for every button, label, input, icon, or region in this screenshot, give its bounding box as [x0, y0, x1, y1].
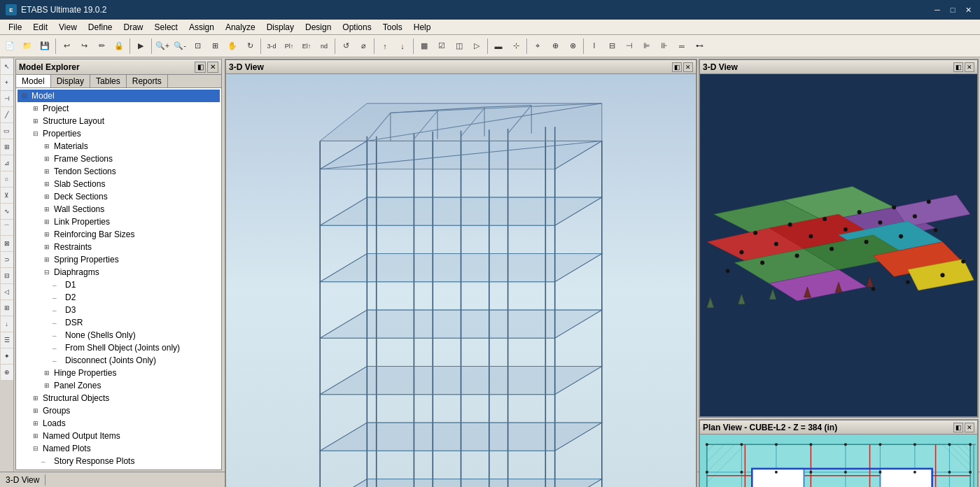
lt-wall[interactable]: ▭	[1, 123, 13, 139]
view-3d-top-right-float[interactable]: ◧	[953, 62, 963, 72]
maximize-button[interactable]: □	[946, 3, 959, 16]
expander-named-plots[interactable]: ⊟	[30, 443, 41, 454]
tree-item-diaphragms[interactable]: ⊟Diaphragms	[18, 266, 220, 278]
me-tree[interactable]: ⊟Model⊞Project⊞Structure Layout⊟Properti…	[16, 88, 221, 470]
tree-item-panel-zones[interactable]: ⊞Panel Zones	[18, 379, 220, 392]
tree-item-deck-sections[interactable]: ⊞Deck Sections	[18, 190, 220, 203]
menu-tools[interactable]: Tools	[377, 21, 408, 34]
tree-item-materials[interactable]: ⊞Materials	[18, 140, 220, 153]
lt-link[interactable]: ⊻	[1, 188, 13, 203]
expander-named-output[interactable]: ⊞	[30, 430, 41, 442]
tree-item-project[interactable]: ⊞Project	[18, 102, 220, 115]
menu-help[interactable]: Help	[408, 21, 437, 34]
lt-3d-pan[interactable]: ✦	[1, 348, 13, 364]
tb-text3[interactable]: ⊣	[621, 38, 638, 55]
expander-project[interactable]: ⊞	[30, 103, 41, 114]
menu-draw[interactable]: Draw	[118, 21, 149, 34]
lt-ramp[interactable]: ⊿	[1, 155, 13, 171]
tree-item-link-properties[interactable]: ⊞Link Properties	[18, 216, 220, 228]
tb-prev[interactable]: ↺	[337, 38, 354, 55]
view-3d-top-right-canvas[interactable]	[700, 74, 977, 416]
expander-wall-sections[interactable]: ⊞	[41, 204, 52, 215]
tree-item-story-response[interactable]: –Story Response Plots	[18, 455, 220, 467]
expander-groups[interactable]: ⊞	[30, 405, 41, 416]
tb-lock[interactable]: 🔒	[111, 38, 127, 55]
tree-item-named-plots[interactable]: ⊟Named Plots	[18, 442, 220, 455]
tree-item-loads[interactable]: ⊞Loads	[18, 417, 220, 430]
tb-undo[interactable]: ↩	[58, 38, 75, 55]
menu-select[interactable]: Select	[149, 21, 183, 34]
tb-text5[interactable]: ⊪	[656, 38, 673, 55]
expander-panel-zones[interactable]: ⊞	[41, 380, 52, 391]
lt-load[interactable]: ↓	[1, 316, 13, 332]
lt-grid[interactable]: ⊞	[1, 300, 13, 316]
tb-text1[interactable]: I	[586, 38, 603, 55]
tree-item-d1[interactable]: –D1	[18, 278, 220, 291]
tb-snap1[interactable]: ⌖	[529, 38, 546, 55]
expander-slab-sections[interactable]: ⊞	[41, 178, 52, 190]
tree-item-structure-layout[interactable]: ⊞Structure Layout	[18, 115, 220, 127]
lt-tendon[interactable]: ⌒	[1, 220, 13, 235]
view-3d-main-canvas[interactable]	[226, 74, 696, 487]
tab-tables[interactable]: Tables	[90, 75, 127, 87]
tree-item-hinge-properties[interactable]: ⊞Hinge Properties	[18, 367, 220, 379]
menu-analyze[interactable]: Analyze	[220, 21, 261, 34]
view-plan-canvas[interactable]	[700, 435, 977, 487]
menu-options[interactable]: Options	[337, 21, 377, 34]
tb-up[interactable]: ↑	[377, 38, 393, 55]
tb-zoom-box[interactable]: ⊞	[206, 38, 223, 55]
expander-frame-sections[interactable]: ⊞	[41, 153, 52, 164]
tree-item-properties[interactable]: ⊟Properties	[18, 127, 220, 140]
lt-spring[interactable]: ⊃	[1, 252, 13, 267]
lt-section[interactable]: ☰	[1, 332, 13, 348]
view-plan-float[interactable]: ◧	[953, 423, 963, 432]
lt-point[interactable]: +	[1, 75, 13, 90]
expander-structural-objects[interactable]: ⊞	[30, 393, 41, 404]
expander-properties[interactable]: ⊟	[30, 128, 41, 139]
tb-text4[interactable]: ⊫	[638, 38, 655, 55]
lt-extra[interactable]: ⊕	[1, 365, 13, 380]
tree-item-tendon-sections[interactable]: ⊞Tendon Sections	[18, 165, 220, 178]
tab-model[interactable]: Model	[16, 75, 51, 87]
expander-tendon-sections[interactable]: ⊞	[41, 166, 52, 177]
tb-text2[interactable]: ⊟	[603, 38, 620, 55]
menu-assign[interactable]: Assign	[183, 21, 220, 34]
expander-deck-sections[interactable]: ⊞	[41, 191, 52, 202]
me-float-btn[interactable]: ◧	[195, 62, 206, 73]
expander-loads[interactable]: ⊞	[30, 418, 41, 429]
tb-display3[interactable]: ◫	[451, 38, 468, 55]
tree-item-groups[interactable]: ⊞Groups	[18, 404, 220, 417]
tb-text7[interactable]: ⊷	[691, 38, 708, 55]
view-3d-main-close[interactable]: ✕	[683, 62, 693, 72]
menu-edit[interactable]: Edit	[27, 21, 53, 34]
tb-zoom-fit[interactable]: ⊡	[189, 38, 206, 55]
lt-hinge[interactable]: ⊠	[1, 236, 13, 251]
tree-item-restraints[interactable]: ⊞Restraints	[18, 241, 220, 253]
lt-cable[interactable]: ∿	[1, 204, 13, 219]
tb-joint[interactable]: ⊹	[507, 38, 524, 55]
tb-frame[interactable]: ▬	[490, 38, 507, 55]
expander-diaphragms[interactable]: ⊟	[41, 267, 52, 278]
tree-item-reinforcing-bar[interactable]: ⊞Reinforcing Bar Sizes	[18, 228, 220, 241]
minimize-button[interactable]: ─	[931, 3, 944, 16]
tb-save[interactable]: 💾	[36, 38, 53, 55]
expander-link-properties[interactable]: ⊞	[41, 216, 52, 227]
lt-floor[interactable]: ⊞	[1, 139, 13, 155]
tb-down[interactable]: ↓	[394, 38, 411, 55]
menu-file[interactable]: File	[3, 21, 27, 34]
tb-rotate[interactable]: ↻	[241, 38, 258, 55]
tb-run[interactable]: ▶	[132, 38, 149, 55]
expander-spring-properties[interactable]: ⊞	[41, 254, 52, 265]
expander-model[interactable]: ⊟	[19, 90, 30, 101]
tb-pan[interactable]: ✋	[224, 38, 241, 55]
tb-plan[interactable]: Pl↑	[281, 38, 298, 55]
tb-display4[interactable]: ▷	[468, 38, 485, 55]
tree-item-spring-properties[interactable]: ⊞Spring Properties	[18, 253, 220, 266]
tb-zoom-out[interactable]: 🔍-	[172, 38, 188, 55]
lt-brace[interactable]: ╱	[1, 107, 13, 122]
tb-zoom-in[interactable]: 🔍+	[154, 38, 171, 55]
tree-item-named-output[interactable]: ⊞Named Output Items	[18, 430, 220, 442]
menu-define[interactable]: Define	[83, 21, 118, 34]
view-3d-main-float[interactable]: ◧	[672, 62, 682, 72]
tree-item-frame-sections[interactable]: ⊞Frame Sections	[18, 153, 220, 165]
